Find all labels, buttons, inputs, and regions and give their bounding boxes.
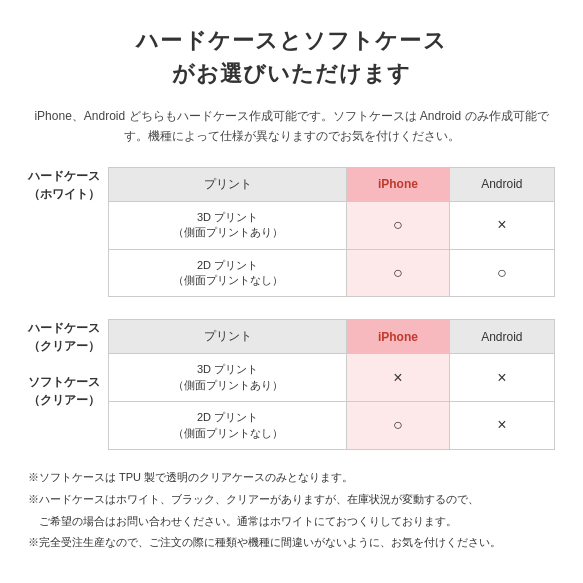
note-1: ※ソフトケースは TPU 製で透明のクリアケースのみとなります。 xyxy=(28,468,555,488)
table-row: 3D プリント（側面プリントあり） ○ × xyxy=(109,201,555,249)
table2-row1-android: × xyxy=(449,354,554,402)
table2-row1-print: 3D プリント（側面プリントあり） xyxy=(109,354,347,402)
main-title: ハードケースとソフトケース がお選びいただけます xyxy=(28,24,555,90)
table2-row2-android: × xyxy=(449,402,554,450)
table1: プリント iPhone Android 3D プリント（側面プリントあり） ○ … xyxy=(108,167,555,298)
table2-header-iphone: iPhone xyxy=(347,320,450,354)
notes-section: ※ソフトケースは TPU 製で透明のクリアケースのみとなります。 ※ハードケース… xyxy=(28,468,555,553)
table2-wrapper: ハードケース（クリアー） ソフトケース（クリアー） プリント iPhone An… xyxy=(28,319,555,450)
table2-row1-iphone: × xyxy=(347,354,450,402)
table1-row1-iphone: ○ xyxy=(347,201,450,249)
table2-row2-print: 2D プリント（側面プリントなし） xyxy=(109,402,347,450)
table2: プリント iPhone Android 3D プリント（側面プリントあり） × … xyxy=(108,319,555,450)
table2-row-labels: ハードケース（クリアー） ソフトケース（クリアー） xyxy=(28,319,108,409)
table2-header-print: プリント xyxy=(109,320,347,354)
table1-row1-android: × xyxy=(449,201,554,249)
note-3: ご希望の場合はお問い合わせください。通常はホワイトにておつくりしております。 xyxy=(28,512,555,532)
table1-wrapper: ハードケース（ホワイト） プリント iPhone Android 3D プリント… xyxy=(28,167,555,298)
table1-row2-print: 2D プリント（側面プリントなし） xyxy=(109,249,347,297)
note-4: ※完全受注生産なので、ご注文の際に種類や機種に間違いがないように、お気を付けくだ… xyxy=(28,533,555,553)
table1-row-label: ハードケース（ホワイト） xyxy=(28,167,108,203)
description-text: iPhone、Android どちらもハードケース作成可能です。ソフトケースは … xyxy=(28,106,555,147)
table1-container: プリント iPhone Android 3D プリント（側面プリントあり） ○ … xyxy=(108,167,555,298)
table2-header-android: Android xyxy=(449,320,554,354)
table1-header-iphone: iPhone xyxy=(347,167,450,201)
table-row: 3D プリント（側面プリントあり） × × xyxy=(109,354,555,402)
table1-header-print: プリント xyxy=(109,167,347,201)
table2-container: プリント iPhone Android 3D プリント（側面プリントあり） × … xyxy=(108,319,555,450)
table1-row2-android: ○ xyxy=(449,249,554,297)
table1-row2-iphone: ○ xyxy=(347,249,450,297)
page-container: ハードケースとソフトケース がお選びいただけます iPhone、Android … xyxy=(28,24,555,553)
note-2: ※ハードケースはホワイト、ブラック、クリアーがありますが、在庫状況が変動するので… xyxy=(28,490,555,510)
table1-row1-print: 3D プリント（側面プリントあり） xyxy=(109,201,347,249)
table-row: 2D プリント（側面プリントなし） ○ ○ xyxy=(109,249,555,297)
table2-row2-iphone: ○ xyxy=(347,402,450,450)
table-row: 2D プリント（側面プリントなし） ○ × xyxy=(109,402,555,450)
table1-header-android: Android xyxy=(449,167,554,201)
